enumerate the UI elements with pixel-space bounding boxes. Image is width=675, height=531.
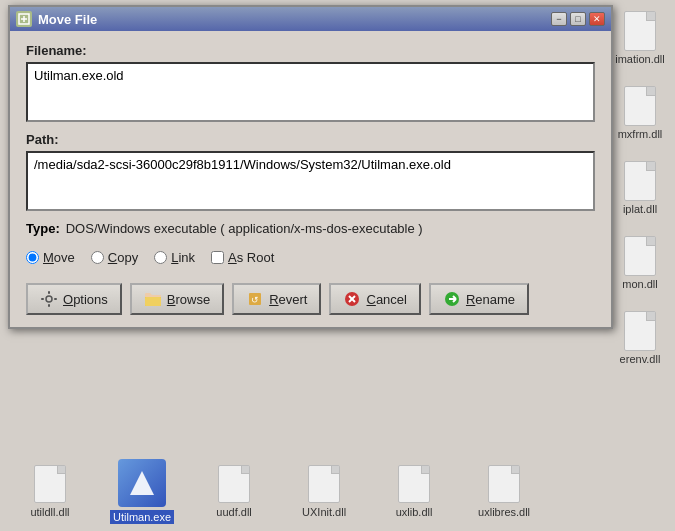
move-file-dialog: Move File − □ ✕ Filename: Path: Type: DO… (8, 5, 613, 329)
list-item: iplat.dll (605, 150, 675, 225)
cancel-button[interactable]: Cancel (329, 283, 420, 315)
file-label: erenv.dll (620, 353, 661, 365)
file-label: mon.dll (622, 278, 657, 290)
file-label: iplat.dll (623, 203, 657, 215)
link-option[interactable]: Link (154, 250, 195, 265)
rename-icon (443, 290, 461, 308)
copy-radio[interactable] (91, 251, 104, 264)
list-item[interactable]: utildll.dll (20, 465, 80, 518)
svg-rect-8 (54, 298, 57, 300)
path-input[interactable] (26, 151, 595, 211)
revert-button[interactable]: ↺ Revert (232, 283, 321, 315)
button-row: Options Browse ↺ (26, 283, 595, 315)
file-label: UXInit.dll (302, 506, 346, 518)
list-item[interactable]: UXInit.dll (294, 465, 354, 518)
file-icon (624, 161, 656, 201)
svg-rect-6 (48, 304, 50, 307)
dialog-title-icon (16, 11, 32, 27)
close-button[interactable]: ✕ (589, 12, 605, 26)
svg-text:↺: ↺ (251, 295, 259, 305)
file-icon (624, 11, 656, 51)
path-label: Path: (26, 132, 595, 147)
file-label: uudf.dll (216, 506, 251, 518)
browse-button[interactable]: Browse (130, 283, 224, 315)
file-label: Utilman.exe (110, 510, 174, 524)
dialog-titlebar: Move File − □ ✕ (10, 7, 611, 31)
move-label: Move (43, 250, 75, 265)
maximize-button[interactable]: □ (570, 12, 586, 26)
file-label: utildll.dll (30, 506, 69, 518)
copy-label: Copy (108, 250, 138, 265)
svg-rect-5 (48, 291, 50, 294)
dialog-title: Move File (16, 11, 97, 27)
file-icon (624, 311, 656, 351)
svg-rect-11 (145, 297, 161, 306)
list-item: erenv.dll (605, 300, 675, 375)
list-item[interactable]: uudf.dll (204, 465, 264, 518)
file-label: uxlib.dll (396, 506, 433, 518)
file-icon (398, 465, 430, 503)
revert-icon: ↺ (246, 290, 264, 308)
link-label: Link (171, 250, 195, 265)
svg-rect-7 (41, 298, 44, 300)
utilman-icon (118, 459, 166, 507)
options-button[interactable]: Options (26, 283, 122, 315)
move-option[interactable]: Move (26, 250, 75, 265)
svg-marker-0 (130, 471, 154, 495)
list-item[interactable]: uxlib.dll (384, 465, 444, 518)
file-label: mxfrm.dll (618, 128, 663, 140)
dialog-content: Filename: Path: Type: DOS/Windows execut… (10, 31, 611, 327)
filename-group: Filename: (26, 43, 595, 122)
file-icon (624, 86, 656, 126)
list-item[interactable]: uxlibres.dll (474, 465, 534, 518)
type-value: DOS/Windows executable ( application/x-m… (66, 221, 423, 236)
options-label: Options (63, 292, 108, 307)
list-item: mon.dll (605, 225, 675, 300)
filename-label: Filename: (26, 43, 595, 58)
move-radio[interactable] (26, 251, 39, 264)
file-icon (624, 236, 656, 276)
asroot-checkbox[interactable] (211, 251, 224, 264)
file-icon (488, 465, 520, 503)
link-radio[interactable] (154, 251, 167, 264)
file-icon (34, 465, 66, 503)
cancel-label: Cancel (366, 292, 406, 307)
asroot-label: As Root (228, 250, 274, 265)
right-file-column: imation.dll mxfrm.dll iplat.dll mon.dll … (605, 0, 675, 375)
type-label: Type: (26, 221, 60, 236)
operation-options: Move Copy Link As Root (26, 246, 595, 269)
type-row: Type: DOS/Windows executable ( applicati… (26, 221, 595, 236)
rename-button[interactable]: Rename (429, 283, 529, 315)
dialog-title-text: Move File (38, 12, 97, 27)
gear-icon (40, 290, 58, 308)
copy-option[interactable]: Copy (91, 250, 138, 265)
cancel-icon (343, 290, 361, 308)
file-label: uxlibres.dll (478, 506, 530, 518)
rename-label: Rename (466, 292, 515, 307)
svg-point-4 (46, 296, 52, 302)
revert-label: Revert (269, 292, 307, 307)
asroot-option[interactable]: As Root (211, 250, 274, 265)
path-group: Path: (26, 132, 595, 211)
titlebar-buttons: − □ ✕ (551, 12, 605, 26)
file-icon (308, 465, 340, 503)
list-item: imation.dll (605, 0, 675, 75)
list-item[interactable]: Utilman.exe (110, 459, 174, 524)
file-icon (218, 465, 250, 503)
list-item: mxfrm.dll (605, 75, 675, 150)
bottom-file-bar: utildll.dll Utilman.exe uudf.dll UXInit.… (0, 451, 675, 531)
folder-icon (144, 290, 162, 308)
filename-input[interactable] (26, 62, 595, 122)
browse-label: Browse (167, 292, 210, 307)
file-label: imation.dll (615, 53, 665, 65)
minimize-button[interactable]: − (551, 12, 567, 26)
